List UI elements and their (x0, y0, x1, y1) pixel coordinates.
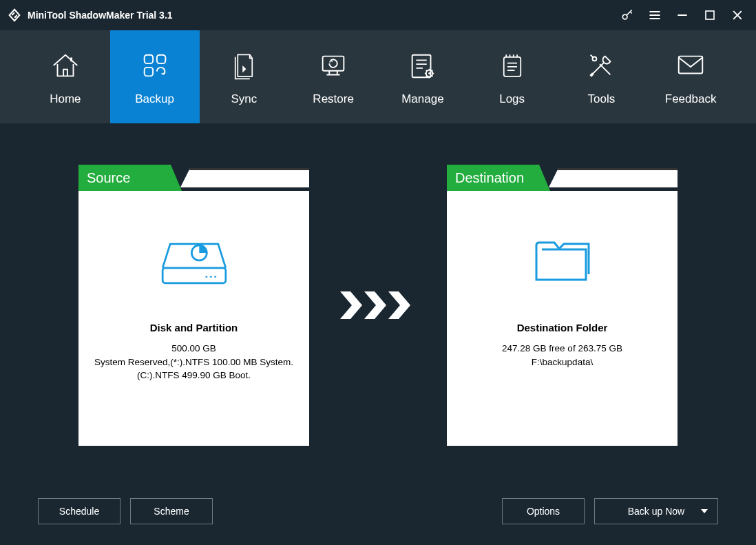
nav-sync-label: Sync (231, 92, 257, 106)
nav-logs-label: Logs (499, 92, 525, 106)
sync-icon (229, 48, 258, 83)
nav-backup[interactable]: Backup (110, 30, 200, 123)
home-icon (50, 48, 81, 83)
nav-sync[interactable]: Sync (200, 30, 289, 123)
svg-rect-12 (162, 268, 226, 283)
nav-manage[interactable]: Manage (378, 30, 468, 123)
restore-icon (317, 48, 349, 83)
close-icon[interactable] (730, 8, 745, 23)
menu-icon[interactable] (647, 8, 662, 23)
svg-rect-6 (412, 54, 431, 77)
source-panel-body[interactable]: Disk and Partition 500.00 GB System Rese… (78, 191, 309, 446)
logs-icon (498, 48, 527, 83)
nav-feedback-label: Feedback (665, 92, 717, 106)
schedule-button[interactable]: Schedule (38, 498, 120, 524)
arrows-icon (337, 288, 419, 322)
svg-point-8 (428, 72, 430, 74)
tools-icon (585, 48, 617, 83)
scheme-button[interactable]: Scheme (130, 498, 213, 524)
feedback-icon (675, 48, 706, 83)
nav-tools[interactable]: Tools (557, 30, 647, 123)
svg-rect-4 (144, 67, 152, 75)
source-panel: Source Disk and Partition 500.00 GB Syst… (78, 165, 309, 446)
source-header: Source (78, 165, 182, 191)
maximize-icon[interactable] (702, 8, 717, 23)
nav-home[interactable]: Home (21, 30, 110, 123)
disk-icon (156, 225, 232, 294)
nav-logs[interactable]: Logs (468, 30, 557, 123)
svg-rect-11 (679, 56, 703, 73)
nav-tools-label: Tools (588, 92, 616, 106)
key-icon[interactable] (620, 8, 635, 23)
source-size: 500.00 GB (171, 342, 216, 356)
source-detail-1: System Reserved,(*:).NTFS 100.00 MB Syst… (94, 356, 293, 369)
svg-rect-3 (157, 54, 165, 63)
app-title: MiniTool ShadowMaker Trial 3.1 (28, 10, 173, 21)
destination-panel-body[interactable]: Destination Folder 247.28 GB free of 263… (447, 191, 678, 446)
source-detail-2: (C:).NTFS 499.90 GB Boot. (137, 369, 251, 382)
nav-restore-label: Restore (313, 92, 354, 106)
title-bar: MiniTool ShadowMaker Trial 3.1 (0, 0, 756, 30)
manage-icon (407, 48, 439, 83)
nav-manage-label: Manage (401, 92, 443, 106)
backup-icon (139, 48, 171, 83)
destination-path: F:\backupdata\ (532, 356, 593, 369)
destination-panel: Destination Destination Folder 247.28 GB… (447, 165, 678, 446)
bottom-bar: Schedule Scheme Options Back up Now (38, 498, 718, 524)
source-title: Disk and Partition (150, 322, 238, 333)
backup-now-button[interactable]: Back up Now (594, 498, 718, 524)
svg-rect-2 (144, 54, 152, 63)
svg-rect-5 (323, 56, 344, 70)
content-area: Source Disk and Partition 500.00 GB Syst… (0, 123, 756, 545)
minimize-icon[interactable] (675, 8, 690, 23)
svg-point-0 (622, 14, 627, 19)
svg-rect-1 (706, 11, 714, 19)
nav-home-label: Home (50, 92, 81, 106)
dropdown-caret-icon (701, 509, 708, 513)
folder-icon (528, 225, 597, 294)
nav-backup-label: Backup (135, 92, 174, 106)
destination-header: Destination (447, 165, 550, 191)
options-button[interactable]: Options (502, 498, 585, 524)
destination-free: 247.28 GB free of 263.75 GB (502, 342, 622, 356)
app-logo-icon (7, 8, 22, 23)
nav-restore[interactable]: Restore (288, 30, 378, 123)
destination-title: Destination Folder (517, 322, 608, 333)
backup-now-label: Back up Now (628, 506, 684, 517)
nav-feedback[interactable]: Feedback (646, 30, 735, 123)
nav-bar: Home Backup Sync (0, 30, 756, 123)
